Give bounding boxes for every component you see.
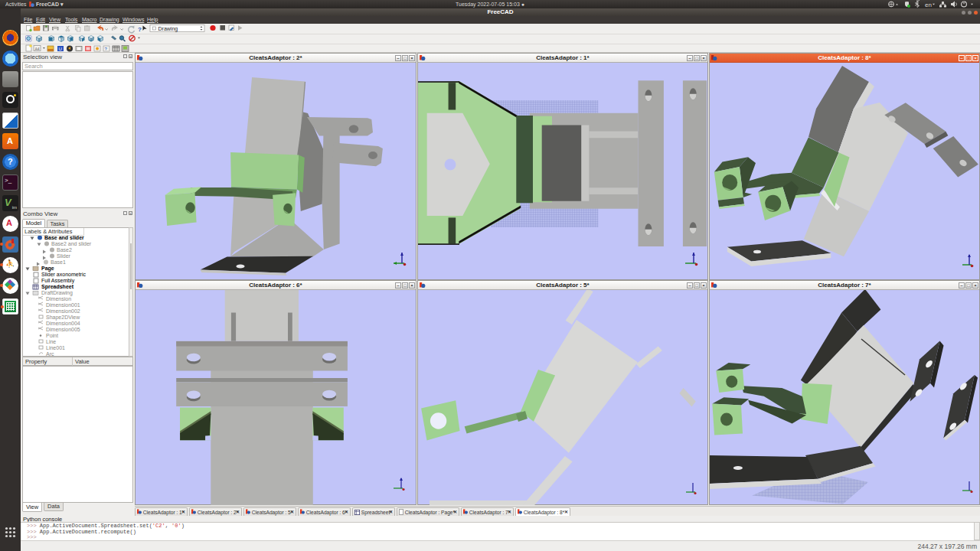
svg-text:U: U (59, 47, 62, 51)
svg-text:A4: A4 (35, 47, 40, 51)
svg-text:Point: Point (46, 333, 58, 338)
svg-text:Spreadsheet: Spreadsheet (41, 284, 74, 290)
svg-text:Dimension: Dimension (46, 296, 71, 302)
svg-text:Arc: Arc (46, 351, 54, 357)
svg-text:Base2: Base2 (57, 247, 72, 253)
svg-text:Line: Line (46, 339, 56, 344)
svg-text:Slider: Slider (57, 253, 71, 259)
svg-text:Full Assembly: Full Assembly (41, 278, 75, 284)
svg-text:Slider axonometric: Slider axonometric (41, 272, 86, 277)
svg-text:Dimension004: Dimension004 (46, 321, 80, 326)
svg-text:?: ? (138, 26, 142, 33)
svg-text:Drawing: Drawing (158, 26, 178, 32)
svg-text:Dimension001: Dimension001 (46, 302, 80, 308)
svg-text:Dimension005: Dimension005 (46, 327, 80, 332)
svg-text:DraftDrawing: DraftDrawing (41, 290, 73, 296)
svg-text:Page: Page (41, 266, 54, 272)
svg-text:Base2 and slider: Base2 and slider (51, 241, 92, 246)
svg-text:Shape2DView: Shape2DView (46, 315, 80, 321)
svg-text:Base and slider: Base and slider (44, 236, 84, 240)
svg-text:Dimension002: Dimension002 (46, 308, 80, 314)
svg-text:en: en (925, 2, 932, 8)
svg-text:Base1: Base1 (51, 259, 66, 265)
svg-text:Line001: Line001 (46, 345, 65, 350)
